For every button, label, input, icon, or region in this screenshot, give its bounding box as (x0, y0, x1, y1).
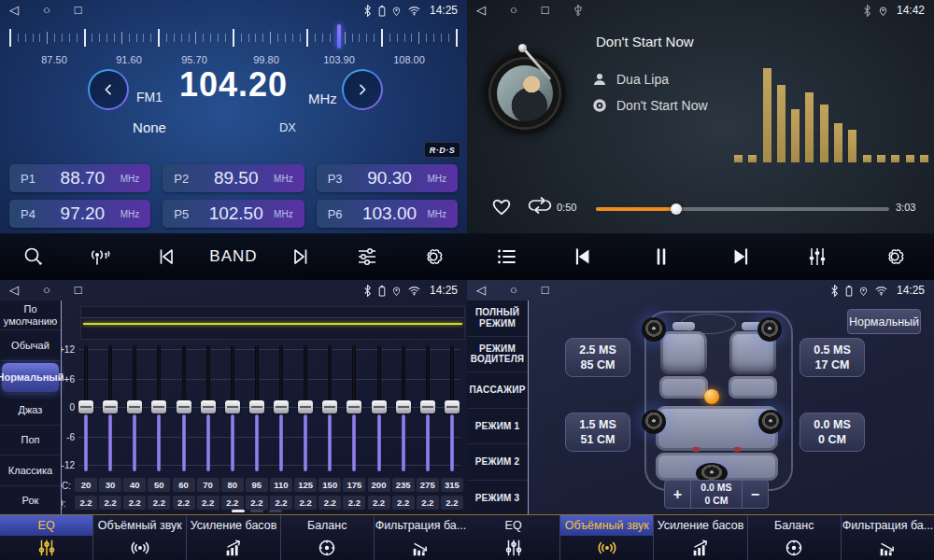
eq-preset-item-6[interactable]: Рок (0, 486, 61, 515)
gain-slider[interactable] (75, 343, 97, 474)
preset-button-p2[interactable]: P289.50MHz (163, 164, 304, 192)
q-value[interactable]: 2.2 (392, 496, 415, 510)
listening-mode-item-5[interactable]: РЕЖИМ 3 (467, 481, 528, 516)
slider-thumb[interactable] (201, 400, 216, 413)
sound-tab-4[interactable]: Фильтрация ба... (842, 515, 934, 560)
station-search-button[interactable] (8, 238, 59, 275)
fc-value[interactable]: 70 (197, 478, 219, 492)
sound-tab-1[interactable]: Объёмный звук (560, 515, 654, 560)
fc-value[interactable]: 175 (343, 478, 365, 492)
pause-button[interactable] (636, 238, 686, 275)
fc-value[interactable]: 30 (99, 478, 121, 492)
q-value[interactable]: 2.2 (294, 496, 317, 510)
slider-thumb[interactable] (127, 400, 142, 413)
frequency-scale[interactable] (9, 26, 458, 49)
tune-up-button[interactable] (342, 69, 383, 110)
slider-thumb[interactable] (151, 400, 166, 413)
fc-value[interactable]: 40 (123, 478, 146, 492)
home-icon[interactable]: ○ (510, 0, 517, 21)
band-button[interactable]: BAND (208, 238, 259, 275)
preset-button-p3[interactable]: P390.30MHz (317, 164, 458, 192)
q-value[interactable]: 2.2 (270, 496, 292, 510)
q-value[interactable]: 2.2 (417, 496, 439, 510)
previous-track-button[interactable] (559, 238, 609, 275)
slider-thumb[interactable] (372, 400, 387, 413)
audio-settings-button[interactable] (342, 238, 392, 275)
seek-knob[interactable] (671, 203, 682, 215)
gain-slider[interactable] (173, 343, 195, 474)
slider-thumb[interactable] (249, 400, 264, 413)
favorite-button[interactable] (489, 194, 514, 220)
eq-preset-item-3[interactable]: Джаз (0, 395, 61, 425)
next-track-button[interactable] (715, 238, 765, 275)
q-value[interactable]: 2.2 (99, 496, 121, 510)
repeat-button[interactable] (526, 194, 554, 220)
fc-value[interactable]: 110 (270, 478, 292, 492)
settings-button[interactable] (408, 238, 459, 275)
slider-thumb[interactable] (298, 400, 313, 413)
q-value[interactable]: 2.2 (173, 496, 195, 510)
recents-icon[interactable]: □ (75, 0, 82, 21)
fc-value[interactable]: 200 (368, 478, 390, 492)
fc-value[interactable]: 95 (246, 478, 268, 492)
home-icon[interactable]: ○ (43, 0, 50, 21)
back-icon[interactable]: ◁ (9, 0, 19, 21)
slider-thumb[interactable] (445, 400, 460, 413)
listening-mode-item-2[interactable]: ПАССАЖИР (467, 372, 528, 409)
broadcast-button[interactable] (75, 238, 125, 275)
slider-thumb[interactable] (177, 400, 191, 413)
dx-mode[interactable]: DX (269, 120, 306, 134)
eq-preset-item-1[interactable]: Обычай (0, 330, 61, 360)
gain-slider[interactable] (392, 343, 415, 474)
slider-thumb[interactable] (225, 400, 240, 413)
sound-tab-0[interactable]: EQ (467, 515, 560, 560)
q-value[interactable]: 2.2 (75, 496, 97, 510)
surround-preset-button[interactable]: Нормальный (847, 309, 921, 334)
q-value[interactable]: 2.2 (343, 496, 365, 510)
listening-mode-item-0[interactable]: ПОЛНЫЙ РЕЖИМ (467, 301, 528, 337)
settings-button[interactable] (870, 238, 920, 275)
tune-down-button[interactable] (88, 69, 129, 110)
slider-thumb[interactable] (78, 400, 93, 413)
fc-value[interactable]: 125 (294, 478, 317, 492)
fc-value[interactable]: 275 (417, 478, 439, 492)
listening-mode-item-1[interactable]: РЕЖИМ ВОДИТЕЛЯ (467, 337, 528, 373)
fc-value[interactable]: 50 (148, 478, 170, 492)
gain-slider[interactable] (294, 343, 317, 474)
fc-value[interactable]: 315 (441, 478, 463, 492)
q-value[interactable]: 2.2 (123, 496, 146, 510)
slider-thumb[interactable] (274, 400, 289, 413)
gain-slider[interactable] (197, 343, 219, 474)
recents-icon[interactable]: □ (75, 280, 82, 301)
front-left-delay-button[interactable]: 2.5 MS 85 CM (565, 338, 630, 377)
listening-mode-item-3[interactable]: РЕЖИМ 1 (467, 409, 528, 445)
sub-delay-decrease-button[interactable]: − (743, 481, 768, 508)
gain-slider[interactable] (123, 343, 146, 474)
equalizer-button[interactable] (792, 238, 842, 275)
gain-slider[interactable] (221, 343, 244, 474)
q-value[interactable]: 2.2 (148, 496, 170, 510)
q-value[interactable]: 2.2 (368, 496, 390, 510)
gain-slider[interactable] (343, 343, 365, 474)
home-icon[interactable]: ○ (43, 280, 50, 301)
eq-preset-item-2[interactable]: Нормальный (2, 363, 59, 393)
recents-icon[interactable]: □ (542, 0, 549, 21)
preset-button-p1[interactable]: P188.70MHz (9, 164, 150, 192)
next-station-button[interactable] (275, 238, 325, 275)
sound-tab-3[interactable]: Баланс (748, 515, 842, 560)
recents-icon[interactable]: □ (542, 280, 549, 301)
page-dash[interactable] (250, 510, 263, 512)
slider-thumb[interactable] (347, 400, 361, 413)
eq-preset-item-5[interactable]: Классика (0, 455, 61, 485)
gain-slider[interactable] (148, 343, 170, 474)
q-value[interactable]: 2.2 (197, 496, 219, 510)
gain-slider[interactable] (318, 343, 341, 474)
sub-delay-increase-button[interactable]: + (665, 481, 690, 508)
preset-button-p4[interactable]: P497.20MHz (9, 200, 150, 228)
sound-tab-0[interactable]: EQ (0, 515, 93, 560)
fc-value[interactable]: 20 (75, 478, 97, 492)
seek-bar[interactable] (596, 207, 889, 211)
gain-slider[interactable] (99, 343, 121, 474)
gain-slider[interactable] (368, 343, 390, 474)
playlist-button[interactable] (481, 238, 531, 275)
